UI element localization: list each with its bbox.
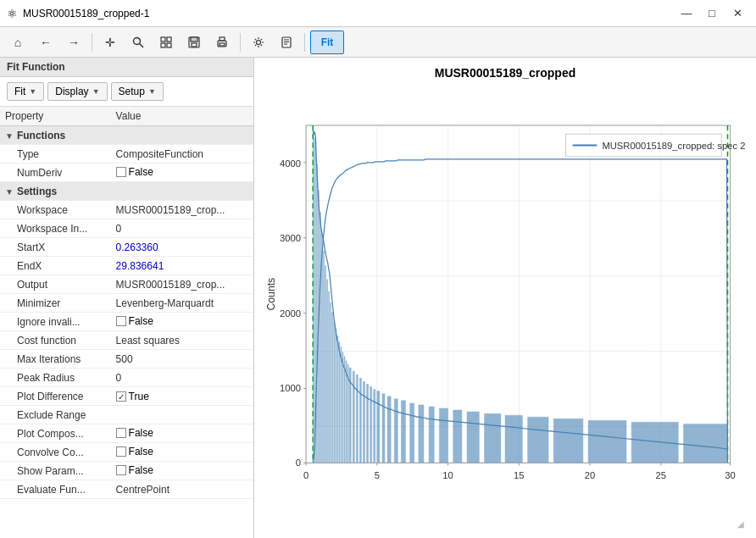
table-row[interactable]: Evaluate Fun...CentrePoint [0, 480, 253, 499]
window-title: MUSR00015189_cropped-1 [23, 8, 149, 19]
table-row[interactable]: TypeCompositeFunction [0, 145, 253, 164]
property-name: NumDeriv [0, 164, 111, 182]
separator-2 [240, 33, 241, 52]
property-name: Type [0, 145, 111, 164]
grid-button[interactable] [153, 31, 179, 54]
property-value: Levenberg-Marquardt [111, 294, 253, 313]
print-button[interactable] [209, 31, 235, 54]
window-controls: — □ ✕ [675, 4, 749, 23]
script-button[interactable] [274, 31, 299, 54]
property-name: Output [0, 275, 111, 294]
checkbox-icon: ✓ [116, 391, 126, 402]
svg-text:2000: 2000 [280, 308, 301, 319]
table-row[interactable]: Max Iterations500 [0, 350, 253, 369]
close-button[interactable]: ✕ [725, 4, 749, 23]
table-row[interactable]: Peak Radius0 [0, 369, 253, 387]
property-name: Show Param... [0, 462, 111, 480]
setup-dropdown-button[interactable]: Setup ▼ [111, 82, 164, 101]
property-column-header: Property [0, 107, 111, 126]
svg-line-1 [140, 43, 144, 47]
property-name: Max Iterations [0, 350, 111, 369]
home-button[interactable]: ⌂ [5, 31, 31, 54]
table-row[interactable]: OutputMUSR00015189_crop... [0, 275, 253, 294]
svg-text:0: 0 [303, 470, 309, 480]
checkbox-label: False [129, 166, 153, 178]
table-row[interactable]: MinimizerLevenberg-Marquardt [0, 294, 253, 313]
forward-button[interactable]: → [61, 31, 86, 54]
table-row[interactable]: NumDerivFalse [0, 164, 253, 182]
settings-button[interactable] [246, 31, 271, 54]
property-value[interactable]: False [111, 313, 253, 331]
table-row[interactable]: StartX0.263360 [0, 238, 253, 257]
property-value[interactable]: False [111, 443, 253, 462]
table-row[interactable]: Cost functionLeast squares [0, 331, 253, 350]
property-value: 29.836641 [111, 257, 253, 275]
plot-area [306, 125, 730, 463]
property-value[interactable]: False [111, 424, 253, 443]
property-name: Evaluate Fun... [0, 480, 111, 499]
svg-text:25: 25 [656, 470, 666, 480]
table-row[interactable]: Show Param...False [0, 462, 253, 480]
minimize-button[interactable]: — [675, 4, 698, 23]
search-button[interactable] [125, 31, 151, 54]
chart-title: MUSR00015189_cropped [435, 66, 576, 80]
back-button[interactable]: ← [33, 31, 58, 54]
property-name: EndX [0, 257, 111, 275]
toolbar: ⌂ ← → ✛ Fit [0, 27, 756, 58]
section-row[interactable]: ▼Functions [0, 126, 253, 145]
checkbox-icon [116, 465, 126, 475]
svg-text:10: 10 [442, 470, 453, 480]
section-row[interactable]: ▼Settings [0, 182, 253, 201]
table-row[interactable]: Plot Compos...False [0, 424, 253, 443]
table-row[interactable]: Ignore invali...False [0, 313, 253, 331]
svg-text:0: 0 [296, 458, 301, 468]
property-value: Least squares [111, 331, 253, 350]
move-button[interactable]: ✛ [97, 31, 123, 54]
property-value: MUSR00015189_crop... [111, 275, 253, 294]
property-name: Cost function [0, 331, 111, 350]
svg-rect-11 [220, 43, 225, 46]
fit-button[interactable]: Fit [310, 31, 344, 54]
table-row[interactable]: Convolve Co...False [0, 443, 253, 462]
legend-label: MUSR00015189_cropped: spec 2 [602, 141, 745, 151]
property-value[interactable]: False [111, 164, 253, 182]
display-dropdown-button[interactable]: Display ▼ [47, 82, 107, 101]
svg-rect-10 [220, 37, 225, 41]
property-value: 0 [111, 369, 253, 387]
svg-rect-5 [167, 43, 171, 47]
property-value[interactable]: ✓True [111, 387, 253, 406]
svg-text:30: 30 [725, 470, 735, 480]
property-value: 0 [111, 219, 253, 238]
svg-point-0 [134, 37, 141, 44]
setup-label: Setup [119, 86, 145, 97]
checkbox-icon [116, 446, 126, 457]
display-label: Display [55, 86, 88, 97]
table-row[interactable]: EndX29.836641 [0, 257, 253, 275]
table-row[interactable]: Workspace In...0 [0, 219, 253, 238]
checkbox-label: False [129, 315, 153, 327]
property-value[interactable]: False [111, 462, 253, 480]
maximize-button[interactable]: □ [700, 4, 724, 23]
table-row[interactable]: Plot Difference✓True [0, 387, 253, 406]
svg-text:15: 15 [514, 470, 524, 480]
svg-rect-3 [167, 37, 171, 42]
checkbox-icon [116, 428, 126, 438]
property-value: MUSR00015189_crop... [111, 201, 253, 219]
table-row[interactable]: WorkspaceMUSR00015189_crop... [0, 201, 253, 219]
svg-rect-2 [161, 37, 165, 42]
separator-1 [92, 33, 92, 52]
svg-text:1000: 1000 [280, 383, 301, 393]
setup-arrow-icon: ▼ [148, 87, 156, 96]
left-panel: Fit Function Fit ▼ Display ▼ Setup ▼ Pro… [0, 58, 254, 538]
table-row[interactable]: Exclude Range [0, 406, 253, 424]
property-name: Peak Radius [0, 369, 111, 387]
section-toggle-icon: ▼ [5, 187, 14, 197]
property-value: 500 [111, 350, 253, 369]
fit-dropdown-button[interactable]: Fit ▼ [7, 82, 44, 101]
resize-handle[interactable]: ◢ [737, 519, 746, 528]
save-button[interactable] [181, 31, 207, 54]
svg-text:4000: 4000 [280, 158, 301, 169]
section-toggle-icon: ▼ [5, 131, 14, 141]
chart-container: Counts 0 [263, 85, 748, 530]
property-name: Workspace [0, 201, 111, 219]
